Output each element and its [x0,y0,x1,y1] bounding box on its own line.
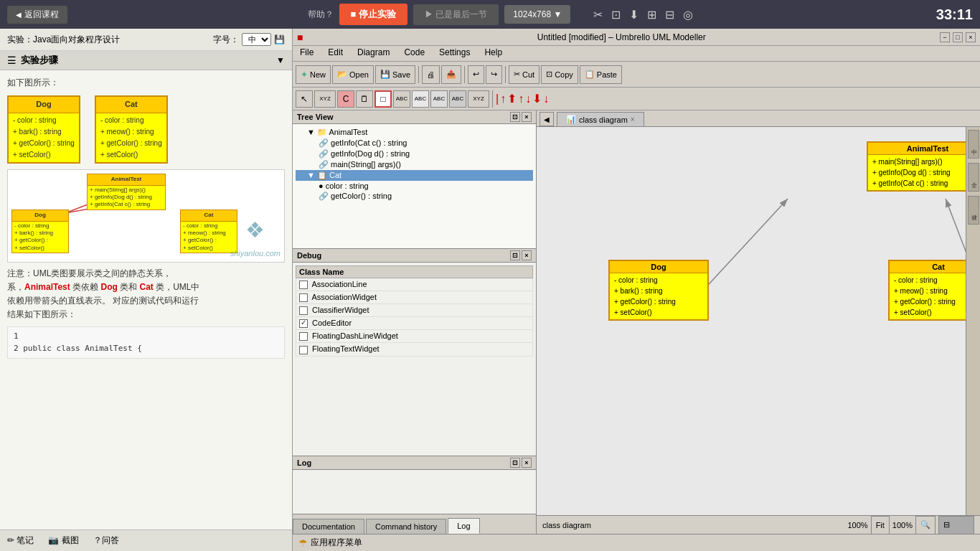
scissors-icon[interactable]: ✂ [590,6,606,23]
checkbox-floatingdash[interactable] [299,332,308,341]
strip-btn-1[interactable]: 中 [968,130,979,159]
menu-diagram[interactable]: Diagram [354,47,392,60]
box-tool[interactable]: □ [374,90,392,108]
strip-btn-3[interactable]: 健 [968,196,979,225]
tree-item-color[interactable]: ● color : string [296,181,533,191]
checkbox-assocwidget[interactable] [299,293,308,302]
menu-help[interactable]: Help [481,47,505,60]
tree-float-button[interactable]: ⊡ [510,112,520,122]
stop-experiment-button[interactable]: ■ 停止实验 [339,4,407,25]
open-button[interactable]: 📂 Open [332,65,374,84]
intro-text: 如下图所示： [7,76,285,90]
tree-item-getcolor[interactable]: 🔗 getColor() : string [296,191,533,202]
log-float-button[interactable]: ⊡ [510,458,520,468]
debug-close-button[interactable]: × [522,250,532,260]
strip-btn-2[interactable]: 全 [968,163,979,192]
tab-log[interactable]: Log [448,518,479,534]
menu-settings[interactable]: Settings [436,47,473,60]
zoom-in-button[interactable]: 🔍 [915,516,936,534]
text-tool-1[interactable]: ABC [393,90,410,108]
checkbox-codeeditor[interactable] [299,319,308,328]
debug-row-floatingtext: FloatingTextWidget [296,343,533,356]
watermark-area: AnimalTest + main(String[] args)() + get… [7,169,285,263]
cat-field-1: - color : string [100,115,162,126]
eye-icon[interactable]: ◎ [680,6,696,23]
steps-toggle[interactable]: ▼ [276,55,285,65]
text-tool-4[interactable]: ABC [449,90,466,108]
cat-field-2: + meow() : string [100,126,162,138]
xyz-tool-2[interactable]: XYZ [468,90,489,108]
debug-header: Debug ⊡ × [293,249,536,263]
canvas-nav-back[interactable]: ◀ [540,112,554,126]
arrow-tool-7[interactable]: ↓ [543,93,549,105]
debug-float-button[interactable]: ⊡ [510,250,520,260]
canvas-tab-classdiagram[interactable]: 📊 class diagram × [557,112,644,126]
canvas-animaltest-box[interactable]: AnimalTest + main(String[] args)() + get… [867,141,980,192]
xyz-tool[interactable]: XYZ [314,90,336,108]
checkbox-assocline[interactable] [299,281,308,289]
arrow-tool-3[interactable]: ⬆ [507,92,517,105]
external-icon[interactable]: ⊟ [662,6,677,23]
new-button[interactable]: ✦ New [296,65,331,84]
help-button[interactable]: 帮助？ [308,9,334,21]
close-button[interactable]: × [966,32,976,42]
grid-icon[interactable]: ⊞ [644,6,659,23]
minimize-button[interactable]: − [940,32,950,42]
arrow-tool-2[interactable]: ↑ [500,93,506,105]
redo-button[interactable]: ↪ [486,65,502,84]
canvas-dog-box[interactable]: Dog - color : string + bark() : string +… [608,260,709,321]
menu-file[interactable]: File [297,47,316,60]
code-line-1: 1 [14,330,278,343]
diagram-canvas[interactable]: AnimalTest + main(String[] args)() + get… [537,127,980,515]
question-button[interactable]: ？问答 [93,534,119,547]
paste-button[interactable]: 📋 Paste [580,65,622,84]
resolution-button[interactable]: 1024x768 ▼ [504,5,570,24]
arrow-tool-1[interactable]: | [496,93,499,105]
text-tool-3[interactable]: ABC [430,90,448,108]
arrow-tool-6[interactable]: ⬇ [532,92,542,105]
download-icon[interactable]: ⬇ [626,6,641,23]
back-button[interactable]: 返回课程 [7,6,67,24]
link-icon-1: 🔗 [319,138,329,147]
font-size-select[interactable]: 中 大 小 [242,33,271,46]
cat-folder-icon: 📋 [317,171,327,179]
save-icon[interactable]: 💾 [274,34,285,44]
undo-button[interactable]: ↩ [468,65,484,84]
text-tool-2[interactable]: ABC [412,90,429,108]
tree-item-method-2[interactable]: 🔗 getInfo(Dog d() : string [296,149,533,159]
tab-documentation[interactable]: Documentation [293,519,364,534]
notes-button[interactable]: ✏ 笔记 [7,534,34,547]
restore-button[interactable]: □ [953,32,963,42]
menu-edit[interactable]: Edit [325,47,346,60]
export-button[interactable]: 📤 [441,65,461,84]
debug-row-assocline: AssociationLine [296,278,533,291]
menu-code[interactable]: Code [401,47,428,60]
animaltest-method-1: + main(String[] args)() [872,156,980,167]
select-tool[interactable]: ↖ [296,90,313,108]
save-button[interactable]: 💾 Save [375,65,415,84]
cut-button[interactable]: ✂ Cut [509,65,540,84]
tree-item-animaltest[interactable]: ▼ 📁 AnimalTest [296,127,533,138]
copy-button[interactable]: ⊡ Copy [541,65,578,84]
screenshot-button[interactable]: 📷 截图 [48,534,78,547]
canvas-tab-close[interactable]: × [631,116,635,123]
tree-item-method-1[interactable]: 🔗 getInfo(Cat c() : string [296,138,533,149]
tab-command-history[interactable]: Command history [366,519,446,534]
note-tool[interactable]: 🗒 [356,90,373,108]
last-section-button[interactable]: ▶ 已是最后一节 [413,4,499,25]
class-tool[interactable]: C [337,90,354,108]
fit-button[interactable]: Fit [871,516,890,534]
dog-field-4: + setColor() [13,149,75,161]
checkbox-classifierwidget[interactable] [299,306,308,315]
tree-item-cat[interactable]: ▼ 📋 Cat [296,170,533,181]
steps-header: ☰ 实验步骤 ▼ [0,51,292,70]
window-icon[interactable]: ⊡ [608,6,623,23]
arrow-tool-5[interactable]: ↓ [525,93,531,105]
tree-item-method-3[interactable]: 🔗 main(String[] args)() [296,159,533,170]
zoom-slider-button[interactable]: ⊟ [938,516,974,534]
log-close-button[interactable]: × [522,458,532,468]
tree-close-button[interactable]: × [522,112,532,122]
arrow-tool-4[interactable]: ↑ [518,93,524,105]
checkbox-floatingtext[interactable] [299,346,308,354]
print-button[interactable]: 🖨 [422,65,440,84]
